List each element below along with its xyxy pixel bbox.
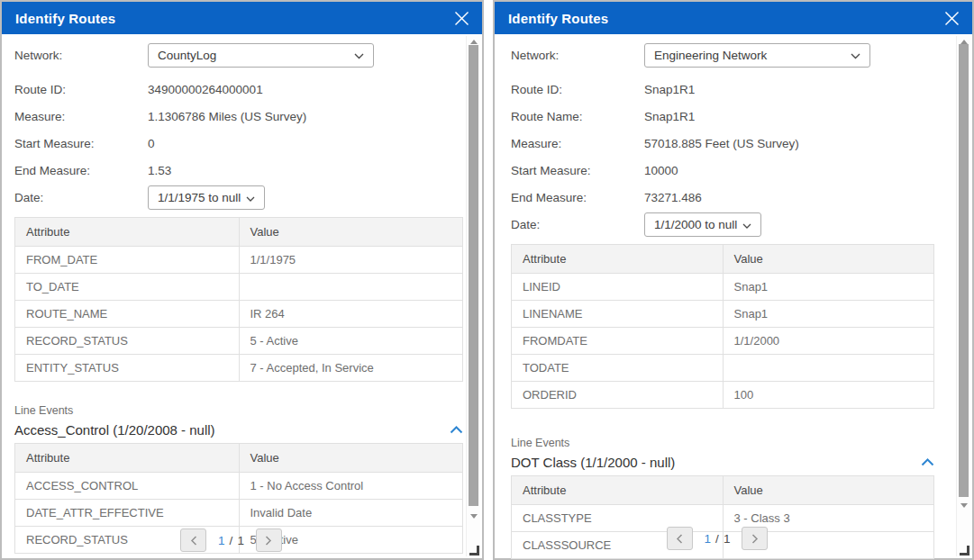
attribute-column-header: Attribute — [512, 245, 724, 274]
attr-cell: ENTITY_STATUS — [15, 355, 240, 382]
table-row: DATE_ATTR_EFFECTIVEInvalid Date — [15, 500, 463, 527]
scroll-down-icon[interactable] — [470, 514, 478, 519]
route-id-row: Route ID: Snap1R1 — [511, 77, 934, 101]
measure-row: Measure: 1.1306786 Miles (US Survey) — [14, 104, 463, 128]
chevron-up-icon[interactable] — [921, 458, 934, 466]
value-column-header: Value — [723, 476, 934, 505]
start-measure-value: 0 — [148, 137, 155, 150]
end-measure-label: End Measure: — [511, 191, 644, 204]
total-pages: 1 — [724, 532, 731, 546]
network-field-row: Network: Engineering Network — [511, 43, 934, 68]
attribute-column-header: Attribute — [15, 218, 240, 247]
scrollbar-thumb[interactable] — [469, 45, 478, 506]
date-field-row: Date: 1/1/2000 to null — [511, 212, 934, 237]
vertical-scrollbar[interactable] — [956, 36, 970, 556]
next-page-button[interactable] — [742, 527, 768, 550]
attr-cell: DATE_ATTR_EFFECTIVE — [15, 500, 240, 527]
value-cell: Invalid Date — [239, 500, 463, 527]
table-row: ACCESS_CONTROL1 - No Access Control — [15, 473, 463, 500]
start-measure-label: Start Measure: — [14, 137, 148, 150]
table-row: FROMDATE1/1/2000 — [512, 328, 934, 355]
current-page: 1 — [218, 534, 225, 547]
start-measure-row: Start Measure: 0 — [14, 131, 463, 155]
table-row: FROM_DATE1/1/1975 — [15, 247, 463, 274]
line-events-section-title: Access_Control (1/20/2008 - null) — [14, 422, 215, 438]
table-header-row: Attribute Value — [15, 218, 463, 247]
table-header-row: Attribute Value — [512, 245, 934, 274]
date-select[interactable]: 1/1/1975 to null — [148, 185, 265, 210]
network-select-value: Engineering Network — [654, 49, 767, 62]
scroll-up-icon[interactable] — [470, 40, 478, 44]
identify-routes-dialog-right: Identify Routes Network: Engineering Net… — [493, 0, 974, 560]
network-select-value: CountyLog — [158, 49, 216, 62]
dialog-header: Identify Routes — [2, 2, 482, 34]
route-name-row: Route Name: Snap1R1 — [511, 104, 934, 128]
resize-grip[interactable] — [469, 546, 479, 555]
previous-page-button[interactable] — [180, 528, 206, 552]
route-id-label: Route ID: — [511, 83, 644, 96]
attr-cell: FROMDATE — [512, 328, 724, 355]
end-measure-row: End Measure: 73271.486 — [511, 185, 934, 209]
end-measure-value: 1.53 — [148, 164, 171, 177]
scrollbar-thumb[interactable] — [959, 44, 969, 497]
attr-cell: LINENAME — [512, 301, 724, 328]
route-id-value: 34900000264000001 — [148, 83, 263, 96]
dialog-content: Network: CountyLog Route ID: 34900000264… — [2, 34, 482, 558]
route-name-label: Route Name: — [511, 110, 644, 123]
measure-row: Measure: 57018.885 Feet (US Survey) — [511, 131, 934, 155]
value-cell: IR 264 — [239, 301, 463, 328]
value-column-header: Value — [239, 218, 463, 247]
date-select[interactable]: 1/1/2000 to null — [644, 212, 761, 237]
value-column-header: Value — [239, 444, 463, 473]
dialog-title: Identify Routes — [508, 11, 608, 26]
current-page: 1 — [705, 532, 712, 546]
route-id-label: Route ID: — [14, 83, 148, 96]
value-cell: 1 - No Access Control — [239, 473, 463, 500]
pagination: 1 / 1 — [2, 528, 460, 552]
network-select[interactable]: CountyLog — [148, 43, 374, 68]
start-measure-value: 10000 — [644, 164, 678, 177]
attr-cell: ORDERID — [512, 382, 724, 409]
close-icon[interactable] — [454, 11, 469, 26]
value-cell: 100 — [723, 382, 934, 409]
route-attributes-table: Attribute Value FROM_DATE1/1/1975 TO_DAT… — [14, 217, 463, 382]
previous-page-button[interactable] — [667, 527, 693, 550]
table-row: ORDERID100 — [512, 382, 934, 409]
table-row: TODATE — [512, 355, 934, 382]
page-separator: / — [230, 534, 233, 547]
measure-value: 57018.885 Feet (US Survey) — [644, 137, 799, 150]
measure-label: Measure: — [14, 110, 148, 123]
value-cell: Snap1 — [723, 301, 934, 328]
route-id-value: Snap1R1 — [644, 83, 695, 96]
chevron-down-icon — [246, 191, 255, 204]
pagination: 1 / 1 — [495, 527, 940, 550]
identify-routes-dialog-left: Identify Routes Network: CountyLog — [0, 0, 484, 560]
route-name-value: Snap1R1 — [644, 110, 695, 123]
value-cell: Snap1 — [723, 274, 934, 301]
vertical-scrollbar[interactable] — [466, 36, 480, 556]
attribute-column-header: Attribute — [15, 444, 240, 473]
scroll-down-icon[interactable] — [960, 503, 968, 508]
line-events-label: Line Events — [511, 437, 934, 449]
close-icon[interactable] — [944, 11, 960, 26]
next-page-button[interactable] — [256, 528, 282, 552]
table-header-row: Attribute Value — [15, 444, 463, 473]
route-attributes-table: Attribute Value LINEIDSnap1 LINENAMESnap… — [511, 244, 934, 409]
attr-cell: TODATE — [512, 355, 724, 382]
value-column-header: Value — [723, 245, 934, 274]
network-select[interactable]: Engineering Network — [644, 43, 870, 68]
value-cell: 1/1/1975 — [239, 247, 463, 274]
route-id-row: Route ID: 34900000264000001 — [14, 77, 463, 101]
attr-cell: LINEID — [512, 274, 724, 301]
dialog-content: Network: Engineering Network Route ID: S… — [495, 34, 972, 558]
dialog-header: Identify Routes — [495, 2, 972, 34]
total-pages: 1 — [237, 534, 244, 547]
table-row: ROUTE_NAMEIR 264 — [15, 301, 463, 328]
resize-grip[interactable] — [960, 546, 969, 555]
line-events-section-header: DOT Class (1/1/2000 - null) — [511, 455, 934, 470]
chevron-up-icon[interactable] — [450, 426, 463, 434]
line-events-section-header: Access_Control (1/20/2008 - null) — [14, 422, 463, 438]
date-label: Date: — [511, 218, 644, 231]
network-field-row: Network: CountyLog — [14, 43, 463, 68]
start-measure-row: Start Measure: 10000 — [511, 158, 934, 182]
